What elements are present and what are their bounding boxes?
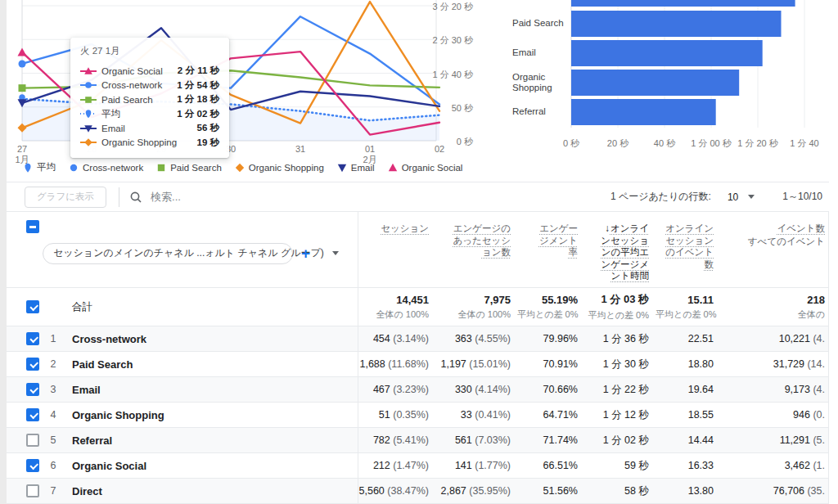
cell-value: 9,173 [785,384,810,395]
column-header[interactable]: ↓オンラインセッションの平均エンゲージメント時間 [584,212,656,287]
cell-percent: (11.68%) [385,358,429,370]
cell-value: 2,867 [441,485,466,497]
table-cell: 363 (4.55%) [435,333,517,344]
column-header[interactable]: エンゲージのあったセッション数 [435,212,517,287]
total-sublabel: 全体の [720,308,825,321]
cell-percent: (1.77%) [472,460,511,471]
table-cell: 1,197 (15.01%) [435,358,517,370]
cell-percent: (38.47%) [385,485,429,497]
cell-value: 330 [455,384,472,395]
table-cell: 212 (1.47%) [358,460,435,471]
table-row[interactable]: 1Cross-network454 (3.14%)363 (4.55%)79.9… [7,326,829,352]
cell-value: 212 [373,460,390,471]
search-input[interactable] [149,190,398,204]
dimension-selector[interactable]: セッションのメインのチャネル ...ォルト チャネル グループ) [43,243,293,264]
row-checkbox-cell [7,358,43,371]
cell-value: 22.51 [688,333,714,344]
table-cell: 5,560 (38.47%) [358,485,435,497]
table-row[interactable]: 3Email467 (3.23%)330 (4.14%)70.66%1 分 22… [7,377,829,403]
cell-value: 467 [373,384,390,395]
total-sublabel: 平均との差 0% [656,308,714,321]
column-header-text: イベント数すべてのイベント [748,223,825,247]
column-header-label: エンゲージメント率 [539,223,578,257]
row-checkbox[interactable] [26,408,39,421]
cell-percent: (3.14%) [390,333,429,344]
tooltip-row: Paid Search1 分 18 秒 [80,92,219,107]
row-checkbox[interactable] [26,434,39,447]
cell-value: 782 [373,434,390,446]
tooltip-series-name: Cross-network [101,80,177,90]
bar-category-label: Email [512,47,536,58]
cell-value: 363 [455,333,472,344]
bar-x-axis-tick-label: 1 分 40 [790,137,818,150]
column-header-label: エンゲージのあったセッション数 [453,223,511,257]
legend-item: Cross-network [69,163,143,173]
select-all-checkbox[interactable] [26,220,39,233]
droplet-icon [23,163,33,173]
legend-label: Paid Search [170,163,222,173]
cell-value: 18.80 [688,358,714,370]
row-checkbox[interactable] [26,332,39,345]
y-axis-tick-label: 2 分 30 秒 [432,34,473,47]
table-cell: 18.55 [656,409,720,421]
row-checkbox-cell [7,383,43,396]
total-value: 15.11 [656,294,714,306]
table-cell: 1 分 03 秒平均との差 0% [584,292,656,322]
pagination: 1 ページあたりの行数: 10 1～10/10 [610,190,822,204]
totals-checkbox[interactable] [26,300,39,313]
tooltip-series-icon [80,109,97,119]
table-cell: 55.19%平均との差 0% [517,294,584,321]
table-cell: 13.80 [656,485,720,497]
legend-item: Paid Search [156,163,222,173]
tooltip-row: Organic Social2 分 11 秒 [80,64,219,79]
dimension-selector-label: セッションのメインのチャネル ...ォルト チャネル グループ) [53,246,324,260]
cell-value: 58 秒 [624,485,649,497]
column-header[interactable]: セッション [358,212,435,287]
table-row[interactable]: 4Organic Shopping51 (0.35%)33 (0.41%)64.… [7,403,829,428]
cell-value: 946 [793,409,810,421]
add-dimension-button[interactable]: + [301,245,310,261]
chevron-down-icon[interactable] [748,195,755,199]
row-checkbox[interactable] [26,383,39,396]
row-checkbox[interactable] [26,358,39,371]
tooltip-row: Email56 秒 [80,121,219,136]
row-checkbox[interactable] [26,459,39,472]
table-row[interactable]: 6Organic Social212 (1.47%)141 (1.77%)66.… [7,453,829,479]
legend-label: Email [351,163,375,173]
legend-label: Organic Shopping [249,163,324,173]
table-cell: 1 分 12 秒 [584,408,656,422]
column-header-text: エンゲージのあったセッション数 [452,223,511,259]
cell-value: 59 秒 [624,460,649,471]
table-row[interactable]: 5Referral782 (5.41%)561 (7.03%)71.74%1 分… [7,428,829,453]
cell-percent: (14. [804,358,825,370]
chart-tooltip: 火 27 1月 Organic Social2 分 11 秒Cross-netw… [70,38,229,158]
tooltip-series-value: 1 分 54 秒 [177,79,219,92]
triangle-down-icon [337,163,347,173]
table-cell: 51.56% [517,485,584,497]
rows-per-page-value[interactable]: 10 [728,191,738,203]
column-header-text: オンラインセッションのイベント数 [665,223,714,270]
table-cell: 70.66% [517,384,584,395]
table-cell: 141 (1.77%) [435,460,517,471]
table-cell: 218全体の [720,294,829,321]
controls-divider [119,187,119,207]
charts-panel: 0 秒50 秒1 分 40 秒2 分 30 秒3 分 20 秒271月28293… [7,0,829,182]
column-header[interactable]: イベント数すべてのイベント [720,212,829,287]
table-cell: 2,867 (35.95%) [435,485,517,497]
column-header[interactable]: オンラインセッションのイベント数 [656,212,720,287]
column-header[interactable]: エンゲージメント率 [517,212,584,287]
search-box[interactable] [129,190,610,204]
table-cell: 1,688 (11.68%) [358,358,435,370]
cell-value: 1 分 02 秒 [603,434,649,446]
cell-percent: (4.14%) [472,384,511,395]
row-checkbox[interactable] [26,484,39,497]
table-row[interactable]: 7Direct5,560 (38.47%)2,867 (35.95%)51.56… [7,479,829,504]
cell-value: 71.74% [543,434,578,446]
table-cell: 11,291 (5. [720,434,829,446]
cell-value: 70.66% [543,384,578,395]
y-axis-tick-label: 0 秒 [457,136,473,148]
legend-item: 平均 [23,161,56,173]
table-row[interactable]: 2Paid Search1,688 (11.68%)1,197 (15.01%)… [7,352,829,377]
cell-value: 51 [379,409,390,421]
show-on-chart-button[interactable]: グラフに表示 [25,187,106,208]
